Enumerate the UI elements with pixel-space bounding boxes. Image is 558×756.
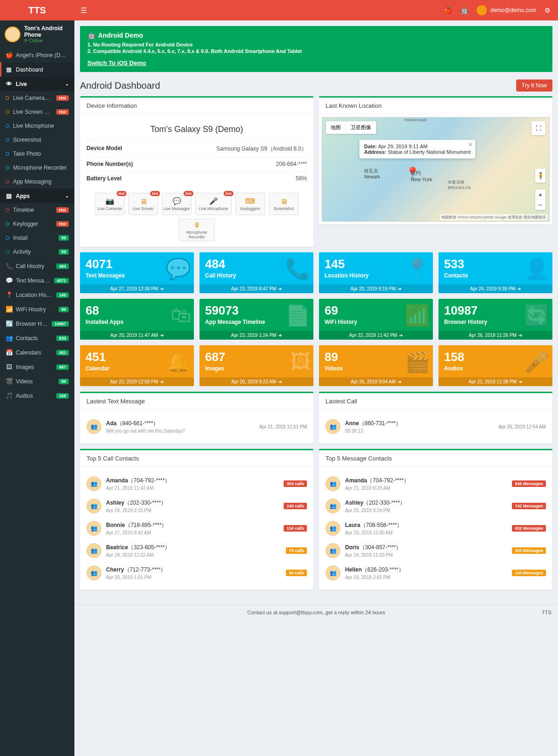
close-icon[interactable]: ✕ [468,142,472,148]
sidebar-item-apps-0[interactable]: Timeline Hot [0,203,74,217]
stat-footer[interactable]: Apr 23, 2019 1:24 PM ➔ [199,331,313,340]
list-item[interactable]: 👥 Ashley（202-330-****） Apr 25, 2019 8:24… [326,495,546,517]
info-row: Battery Level 58% [86,171,307,185]
stat-footer[interactable]: Apr 27, 2019 12:38 PM ➔ [80,284,194,293]
stat-box[interactable]: 🎤 158 Audios Apr 21, 2019 11:38 PM ➔ [438,345,552,386]
pegman-icon[interactable]: 🧍 [535,169,545,183]
gears-icon[interactable]: ⚙ [545,7,551,14]
stat-box[interactable]: 📶 69 WiFi History Apr 22, 2019 11:42 PM … [319,299,433,340]
sidebar-toggle[interactable]: ☰ [74,6,93,15]
map[interactable]: 地图 卫星图像 ⛶ 🧍 + − ✕ Date: Apr 29, [322,117,550,222]
stat-box[interactable]: 💬 4071 Text Messages Apr 27, 2019 12:38 … [80,252,194,293]
apple-icon[interactable]: 🍎 [444,7,452,14]
list-item[interactable]: 👥 Hellen（626-203-****） Apr 19, 2019 2:55… [326,562,546,584]
sidebar-item-8[interactable]: 🎬 Videos 89 [0,374,74,388]
stat-footer[interactable]: Apr 23, 2019 12:00 PM ➔ [80,377,194,386]
try-it-now-button[interactable]: Try It Now [516,79,552,92]
stat-box[interactable]: 🎬 89 Videos Apr 26, 2019 9:04 AM ➔ [319,345,433,386]
stat-box[interactable]: 📄 59073 App Message Timeline Apr 23, 201… [199,299,313,340]
sidebar-item-dashboard[interactable]: ▦ Dashboard [0,62,74,77]
live-button-0[interactable]: Hot 📷 Live Cameras [95,193,125,215]
zoom-out-button[interactable]: − [535,200,545,210]
live-button-3[interactable]: Hot 🎤 Live Microphone [195,193,232,215]
sidebar-item-2[interactable]: 📍 Location History 145 [0,288,74,302]
stat-box[interactable]: 📞 484 Call History Apr 23, 2019 8:47 PM … [199,252,313,293]
stat-box[interactable]: 📍 145 Location History Apr 20, 2019 9:19… [319,252,433,293]
sidebar-item-3[interactable]: 📶 WiFi Hisotry 69 [0,302,74,316]
live-button-6[interactable]: 🎙 Microphone Recorder [179,219,215,241]
live-button-1[interactable]: Hot 🖥 Live Screen [128,193,158,215]
sidebar-item-apps-1[interactable]: Keylogger Hot [0,217,74,231]
sidebar-demo-link[interactable]: 🍎 Angel's iPhone (Demo) [0,48,74,62]
sidebar-item-5[interactable]: 👥 Contacts 533 [0,331,74,345]
switch-ios-link[interactable]: Switch To iOS Demo [87,59,146,66]
list-item[interactable]: 👥 Amanda（704-792-****） Apr 21, 2019 9:28… [326,473,546,495]
sidebar-item-6[interactable]: 📅 Calendars 451 [0,345,74,360]
sidebar-item-9[interactable]: 🎵 Audios 158 [0,388,74,403]
list-item[interactable]: 👥 Ada（840-661-****） Will you go out with… [86,415,307,438]
sidebar-item-live-5[interactable]: Microphone Recorder [0,161,74,175]
status-dot [6,152,9,156]
promo-banner: 🤖 Android Demo 1. No Rooting Required Fo… [80,26,552,72]
list-item[interactable]: 👥 Beatrice（323-605-****） Apr 28, 2019 12… [86,539,307,562]
user-menu[interactable]: demo@demo.com [477,5,536,15]
stat-footer[interactable]: Apr 24, 2019 9:39 PM ➔ [438,284,552,293]
list-item[interactable]: 👥 Anne（860-731-****） 00:38:12 Apr 28, 20… [326,415,546,438]
map-btn-map[interactable]: 地图 [326,121,346,134]
android-icon[interactable]: 🤖 [460,7,468,14]
sidebar-header-apps[interactable]: ▤ Apps ⌄ [0,189,74,203]
avatar: 👥 [326,543,340,558]
stat-box[interactable]: 👤 533 Contacts Apr 24, 2019 9:39 PM ➔ [438,252,552,293]
live-button-2[interactable]: Hot 💬 Live Messages [162,193,192,215]
sidebar-item-live-4[interactable]: Take Photo [0,147,74,161]
stat-footer[interactable]: Apr 26, 2019 11:26 PM ➔ [438,331,552,340]
sidebar-item-apps-3[interactable]: Activity 59 [0,245,74,259]
list-item[interactable]: 👥 Amanda（704-792-****） Apr 21, 2019 11:4… [86,473,307,495]
sidebar-item-live-1[interactable]: Live Screen Stream Hot [0,105,74,119]
stat-footer[interactable]: Apr 20, 2019 9:19 PM ➔ [319,284,433,293]
sidebar-item-4[interactable]: 🔄 Browser Hisotry 10987 [0,316,74,331]
sidebar-item-live-3[interactable]: Screenshot [0,133,74,147]
sidebar-item-1[interactable]: 💬 Text Messages 4071 [0,273,74,288]
stat-footer[interactable]: Apr 22, 2019 11:42 PM ➔ [319,331,433,340]
sidebar-item-live-6[interactable]: App Messaging [0,175,74,189]
stat-footer[interactable]: Apr 21, 2019 11:38 PM ➔ [438,377,552,386]
stat-footer[interactable]: Apr 20, 2019 11:47 AM ➔ [80,331,194,340]
sidebar-item-0[interactable]: 📞 Call Hisotry 484 [0,259,74,273]
list-item[interactable]: 👥 Laura（708-558-****） Apr 20, 2019 12:00… [326,517,546,539]
count-badge: 59 [59,249,69,255]
stat-box[interactable]: 🖼 687 Images Apr 20, 2019 9:23 AM ➔ [199,345,313,386]
fullscreen-icon[interactable]: ⛶ [531,121,545,135]
sidebar-item-live-2[interactable]: Live Microphone [0,119,74,133]
list-item[interactable]: 👥 Doris（304-857-****） Apr 24, 2019 11:03… [326,539,546,562]
stat-box[interactable]: 🔔 451 Calendar Apr 23, 2019 12:00 PM ➔ [80,345,194,386]
menu-icon: 🎬 [6,378,12,385]
arrow-right-icon: ➔ [398,379,401,384]
menu-icon: 🎵 [6,392,12,399]
sidebar-item-7[interactable]: 🖼 Images 687 [0,360,74,374]
top-calls-box: Top 5 Call Contacts 👥 Amanda（704-792-***… [80,449,313,590]
sidebar-header-live[interactable]: 👁 Live ⌄ [0,77,74,91]
brand-logo[interactable]: TTS [0,0,74,20]
list-item[interactable]: 👥 Cherry（712-773-****） Apr 20, 2019 1:01… [86,562,307,584]
sidebar-item-live-0[interactable]: Live Cameras Stream Hot [0,91,74,105]
stat-footer[interactable]: Apr 20, 2019 9:23 AM ➔ [199,377,313,386]
zoom-in-button[interactable]: + [535,190,545,200]
stat-footer[interactable]: Apr 23, 2019 8:47 PM ➔ [199,284,313,293]
stat-box[interactable]: 🔄 10987 Browser History Apr 26, 2019 11:… [438,299,552,340]
status-dot [6,180,9,184]
count-badge: 451 [56,350,69,355]
stat-footer[interactable]: Apr 26, 2019 9:04 AM ➔ [319,377,433,386]
stat-bg-icon: 📞 [285,257,311,281]
list-item[interactable]: 👥 Ashley（202-330-****） Apr 24, 2019 2:15… [86,495,307,517]
main-content: 🤖 Android Demo 1. No Rooting Required Fo… [74,0,558,756]
arrow-right-icon: ➔ [399,333,403,338]
list-item[interactable]: 👥 Bonnie（718-895-****） Apr 27, 2019 8:42… [86,517,307,539]
map-btn-satellite[interactable]: 卫星图像 [346,121,376,134]
live-button-4[interactable]: ⌨ Keyloggers [235,193,265,215]
sidebar-item-apps-2[interactable]: Install 59 [0,231,74,245]
status-dot [6,110,9,114]
status-dot [6,222,9,226]
live-button-5[interactable]: 🖥 Screenshot [269,193,299,215]
stat-box[interactable]: 🛍 68 Installed Apps Apr 20, 2019 11:47 A… [80,299,194,340]
